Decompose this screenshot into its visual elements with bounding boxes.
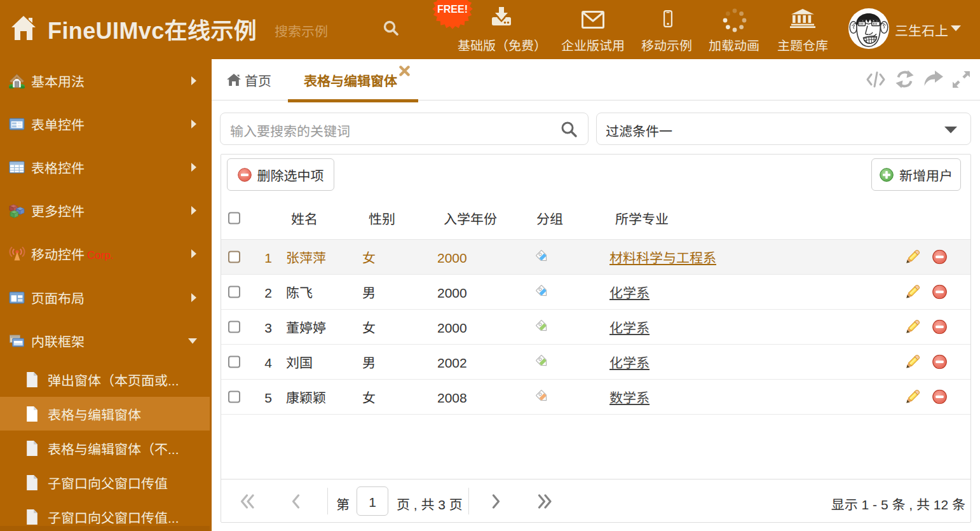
svg-text:FREE!: FREE! [437,4,468,15]
